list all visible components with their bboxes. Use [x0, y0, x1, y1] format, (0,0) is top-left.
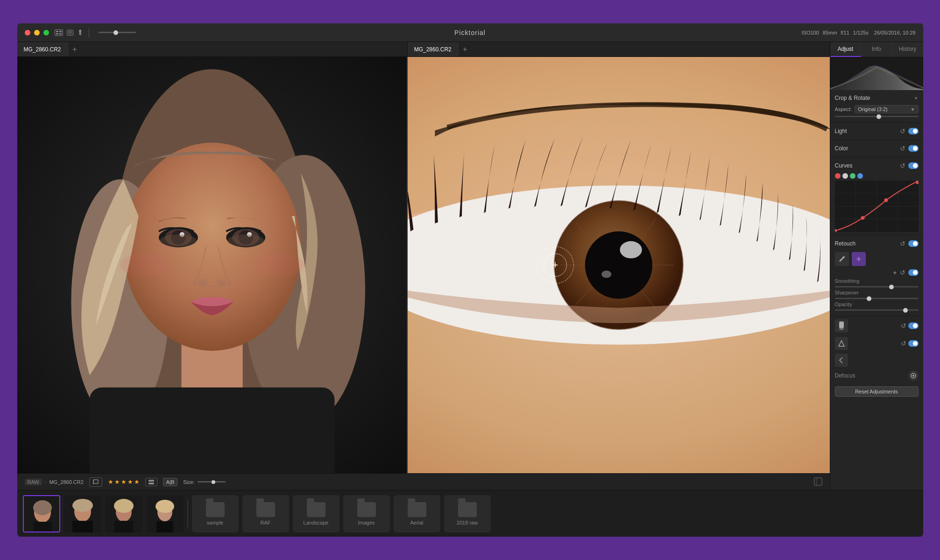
expand-icon[interactable] — [814, 477, 822, 487]
grid-view-icon[interactable] — [55, 29, 63, 36]
color-section-header[interactable]: Color ↺ — [835, 143, 919, 154]
share-icon[interactable]: ⬆ — [77, 28, 83, 37]
retouch-add-btn[interactable]: + — [893, 269, 897, 276]
folder-label-images: Images — [358, 520, 375, 525]
color-section: Color ↺ — [830, 140, 923, 157]
curves-reset-icon[interactable]: ↺ — [900, 162, 905, 169]
thumbnail-3[interactable] — [105, 495, 142, 532]
tab-adjust[interactable]: Adjust — [830, 42, 862, 57]
thumb1-img — [24, 496, 60, 532]
portrait-icon[interactable] — [835, 319, 848, 332]
folder-label-raf: RAF — [261, 520, 271, 525]
star-rating[interactable]: ★★★★★ — [108, 478, 140, 485]
light-label: Light — [835, 128, 847, 134]
retouch-section-header[interactable]: Retouch ↺ — [835, 238, 919, 249]
crop-section-header[interactable]: Crop & Rotate ▼ — [835, 93, 919, 103]
svg-rect-39 — [148, 483, 154, 484]
toolbar-icons: ⬆ — [55, 28, 140, 37]
folder-sample[interactable]: sample — [192, 495, 239, 532]
curve-all-dot[interactable] — [842, 173, 848, 179]
folder-aerial[interactable]: Aerial — [394, 495, 440, 532]
arrow-left-icon[interactable] — [835, 354, 848, 367]
curve-red-dot[interactable] — [835, 173, 841, 179]
aspect-row: Aspect: Original (3:2) ▼ — [835, 105, 919, 113]
retouch-item-toggle[interactable] — [908, 269, 919, 276]
right-tab-add[interactable]: + — [460, 45, 470, 54]
curves-svg — [835, 181, 919, 232]
minimize-button[interactable] — [34, 30, 40, 35]
list-view-icon[interactable] — [67, 30, 73, 35]
color-toggle[interactable] — [908, 145, 919, 152]
panel-tabs: Adjust Info History — [830, 42, 923, 57]
aspect-select[interactable]: Original (3:2) ▼ — [855, 105, 918, 113]
ab-toggle[interactable]: A|B — [163, 478, 178, 486]
section2-toggle[interactable] — [908, 322, 919, 329]
thumbnail-1[interactable] — [23, 495, 60, 532]
title-bar-left: ⬆ — [25, 28, 140, 37]
retouch-add-row: + ↺ — [835, 269, 919, 276]
reset-section-icon[interactable]: ↺ — [901, 322, 906, 329]
right-image-panel[interactable]: + — [408, 57, 830, 473]
thumbnail-4[interactable] — [146, 495, 184, 532]
folder-raf[interactable]: RAF — [242, 495, 289, 532]
light-toggle[interactable] — [908, 128, 919, 134]
defocus-icon[interactable] — [908, 371, 919, 381]
curve-green-dot[interactable] — [850, 173, 855, 179]
size-slider[interactable] — [198, 481, 226, 483]
retouch-brush-tool[interactable] — [835, 252, 849, 266]
smoothing-slider[interactable] — [835, 286, 919, 287]
smoothing-row: Smoothing — [835, 278, 919, 284]
retouch-heal-tool[interactable] — [852, 252, 866, 266]
tab-info[interactable]: Info — [861, 42, 892, 57]
bottom-bar: sample RAF Landscape Images Aerial 2018 … — [17, 490, 923, 537]
left-tab-add[interactable]: + — [70, 45, 79, 54]
crop-slider[interactable] — [835, 116, 919, 117]
retouch-reset-icon[interactable]: ↺ — [900, 240, 905, 247]
zoom-slider[interactable] — [99, 32, 136, 33]
right-panel: Adjust Info History — [830, 42, 923, 490]
svg-rect-40 — [814, 478, 822, 485]
thumb3-img — [105, 495, 142, 532]
view-toggle[interactable] — [145, 478, 157, 486]
sharpener-slider[interactable] — [835, 298, 919, 299]
section3-toggle[interactable] — [908, 340, 919, 347]
svg-rect-38 — [148, 480, 154, 482]
retouch-item-reset[interactable]: ↺ — [900, 269, 905, 276]
filename-label: MG_2860.CR2 — [49, 479, 83, 485]
svg-rect-57 — [858, 257, 859, 261]
maximize-button[interactable] — [43, 30, 49, 35]
left-image-panel[interactable] — [17, 57, 407, 473]
extra-tools-row: ↺ — [830, 316, 923, 335]
right-icons: ↺ — [901, 319, 919, 332]
light-section: Light ↺ — [830, 123, 923, 140]
curves-section-header[interactable]: Curves ↺ — [835, 160, 919, 171]
panel-scroll[interactable]: Crop & Rotate ▼ Aspect: Original (3:2) ▼ — [830, 90, 923, 490]
flag-icon[interactable] — [89, 477, 102, 487]
reset-adjustments-button[interactable]: Reset Adjustments — [835, 386, 919, 397]
folder-images[interactable]: Images — [343, 495, 390, 532]
color-reset-icon[interactable]: ↺ — [900, 145, 905, 152]
tab-history[interactable]: History — [892, 42, 923, 57]
curves-toggle[interactable] — [908, 162, 919, 169]
right-tab[interactable]: MG_2860.CR2 — [408, 42, 459, 56]
curves-graph[interactable] — [835, 181, 919, 232]
reset-section2-icon[interactable]: ↺ — [901, 340, 906, 347]
svg-point-52 — [884, 198, 888, 202]
opacity-slider[interactable] — [835, 309, 919, 311]
curve-blue-dot[interactable] — [857, 173, 863, 179]
folder-2018raw[interactable]: 2018 raw — [444, 495, 491, 532]
crop-expand-icon[interactable]: ▼ — [914, 96, 919, 101]
left-tab[interactable]: MG_2860.CR2 — [17, 42, 68, 56]
retouch-toggle[interactable] — [908, 240, 919, 247]
light-reset-icon[interactable]: ↺ — [900, 127, 905, 135]
defocus-row: Defocus — [830, 369, 923, 383]
iso-value: ISO100 — [802, 30, 819, 35]
triangle-icon[interactable] — [835, 337, 848, 350]
light-section-header[interactable]: Light ↺ — [835, 126, 919, 137]
folder-label-aerial: Aerial — [410, 520, 423, 525]
eye-svg — [408, 57, 830, 473]
thumbnail-2[interactable] — [64, 495, 101, 532]
folder-landscape[interactable]: Landscape — [293, 495, 339, 532]
aperture-value: f/11 — [841, 30, 849, 35]
close-button[interactable] — [25, 30, 30, 35]
